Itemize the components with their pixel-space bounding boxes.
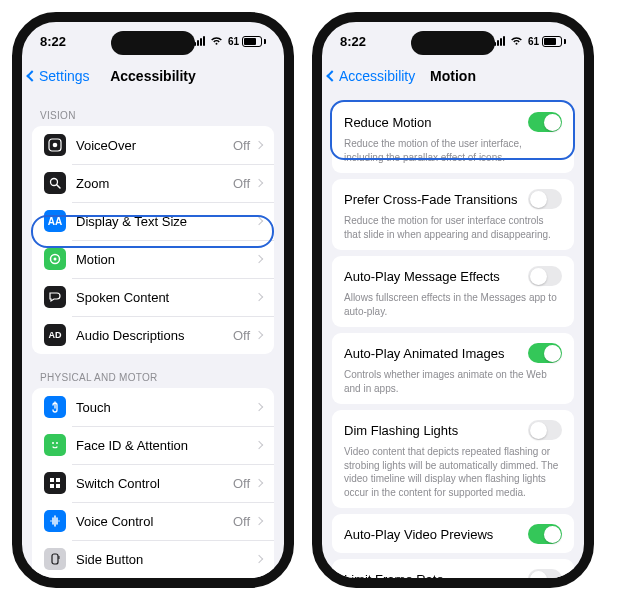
audio-descriptions-icon: AD xyxy=(44,324,66,346)
chevron-right-icon xyxy=(255,441,263,449)
card-limit-framerate: Limit Frame Rate Sets the maximum frame … xyxy=(332,559,574,578)
notch xyxy=(111,31,195,55)
row-voice-control[interactable]: Voice Control Off xyxy=(32,502,274,540)
svg-rect-12 xyxy=(52,554,58,564)
row-side-button[interactable]: Side Button xyxy=(32,540,274,578)
svg-point-1 xyxy=(53,143,58,148)
toggle-limit-framerate[interactable] xyxy=(528,569,562,578)
setting-title: Auto-Play Video Previews xyxy=(344,527,493,542)
row-faceid[interactable]: Face ID & Attention xyxy=(32,426,274,464)
setting-title: Dim Flashing Lights xyxy=(344,423,458,438)
row-display-text-size[interactable]: AA Display & Text Size xyxy=(32,202,274,240)
row-label: Switch Control xyxy=(76,476,233,491)
phone-accessibility: 8:22 61 Settings Accessibility VISION Vo… xyxy=(12,12,294,588)
chevron-right-icon xyxy=(255,403,263,411)
row-zoom[interactable]: Zoom Off xyxy=(32,164,274,202)
row-motion[interactable]: Motion xyxy=(32,240,274,278)
row-spoken-content[interactable]: Spoken Content xyxy=(32,278,274,316)
signal-icon xyxy=(494,36,505,46)
row-label: Voice Control xyxy=(76,514,233,529)
card-reduce-motion: Reduce Motion Reduce the motion of the u… xyxy=(332,102,574,173)
row-label: Spoken Content xyxy=(76,290,256,305)
row-value: Off xyxy=(233,476,250,491)
voiceover-icon xyxy=(44,134,66,156)
svg-point-7 xyxy=(56,442,58,444)
setting-desc: Reduce the motion of the user interface,… xyxy=(344,137,562,164)
scroll-area[interactable]: VISION VoiceOver Off Zoom Off AA Display… xyxy=(22,92,284,578)
svg-rect-9 xyxy=(56,478,60,482)
switch-control-icon xyxy=(44,472,66,494)
row-label: VoiceOver xyxy=(76,138,233,153)
back-button[interactable]: Settings xyxy=(28,60,90,92)
page-title: Motion xyxy=(430,68,476,84)
zoom-icon xyxy=(44,172,66,194)
motion-icon xyxy=(44,248,66,270)
toggle-video-previews[interactable] xyxy=(528,524,562,544)
chevron-left-icon xyxy=(26,70,37,81)
back-button[interactable]: Accessibility xyxy=(328,60,415,92)
setting-desc: Allows fullscreen effects in the Message… xyxy=(344,291,562,318)
group-motor: Touch Face ID & Attention Switch Control… xyxy=(32,388,274,578)
toggle-reduce-motion[interactable] xyxy=(528,112,562,132)
phone-motion: 8:22 61 Accessibility Motion Reduce Moti… xyxy=(312,12,594,588)
toggle-message-effects[interactable] xyxy=(528,266,562,286)
svg-point-6 xyxy=(52,442,54,444)
svg-point-5 xyxy=(54,258,57,261)
row-label: Zoom xyxy=(76,176,233,191)
chevron-right-icon xyxy=(255,217,263,225)
status-time: 8:22 xyxy=(40,34,66,49)
row-label: Motion xyxy=(76,252,256,267)
card-dim-flashing: Dim Flashing Lights Video content that d… xyxy=(332,410,574,508)
chevron-right-icon xyxy=(255,479,263,487)
row-value: Off xyxy=(233,138,250,153)
text-size-icon: AA xyxy=(44,210,66,232)
side-button-icon xyxy=(44,548,66,570)
status-right: 61 xyxy=(494,36,566,47)
faceid-icon xyxy=(44,434,66,456)
spoken-content-icon xyxy=(44,286,66,308)
notch xyxy=(411,31,495,55)
svg-rect-13 xyxy=(59,556,60,559)
chevron-right-icon xyxy=(255,179,263,187)
setting-title: Auto-Play Animated Images xyxy=(344,346,504,361)
back-label: Accessibility xyxy=(339,68,415,84)
card-animated-images: Auto-Play Animated Images Controls wheth… xyxy=(332,333,574,404)
status-right: 61 xyxy=(194,36,266,47)
group-vision: VoiceOver Off Zoom Off AA Display & Text… xyxy=(32,126,274,354)
setting-desc: Video content that depicts repeated flas… xyxy=(344,445,562,499)
toggle-animated-images[interactable] xyxy=(528,343,562,363)
row-value: Off xyxy=(233,514,250,529)
row-switch-control[interactable]: Switch Control Off xyxy=(32,464,274,502)
wifi-icon xyxy=(210,36,223,46)
chevron-right-icon xyxy=(255,517,263,525)
section-header-motor: PHYSICAL AND MOTOR xyxy=(22,354,284,388)
toggle-dim-flashing[interactable] xyxy=(528,420,562,440)
voice-control-icon xyxy=(44,510,66,532)
toggle-crossfade[interactable] xyxy=(528,189,562,209)
row-value: Off xyxy=(233,328,250,343)
battery-icon: 61 xyxy=(528,36,566,47)
status-time: 8:22 xyxy=(340,34,366,49)
row-touch[interactable]: Touch xyxy=(32,388,274,426)
row-label: Face ID & Attention xyxy=(76,438,256,453)
svg-rect-10 xyxy=(50,484,54,488)
scroll-area[interactable]: Reduce Motion Reduce the motion of the u… xyxy=(322,92,584,578)
page-title: Accessibility xyxy=(110,68,196,84)
setting-title: Prefer Cross-Fade Transitions xyxy=(344,192,517,207)
row-audio-descriptions[interactable]: AD Audio Descriptions Off xyxy=(32,316,274,354)
setting-desc: Reduce the motion for user interface con… xyxy=(344,214,562,241)
back-label: Settings xyxy=(39,68,90,84)
row-voiceover[interactable]: VoiceOver Off xyxy=(32,126,274,164)
row-label: Side Button xyxy=(76,552,256,567)
chevron-right-icon xyxy=(255,255,263,263)
card-crossfade: Prefer Cross-Fade Transitions Reduce the… xyxy=(332,179,574,250)
chevron-right-icon xyxy=(255,331,263,339)
chevron-right-icon xyxy=(255,293,263,301)
chevron-right-icon xyxy=(255,555,263,563)
nav-bar: Accessibility Motion xyxy=(322,60,584,92)
section-header-vision: VISION xyxy=(22,92,284,126)
setting-title: Auto-Play Message Effects xyxy=(344,269,500,284)
signal-icon xyxy=(194,36,205,46)
svg-line-3 xyxy=(57,185,61,189)
card-message-effects: Auto-Play Message Effects Allows fullscr… xyxy=(332,256,574,327)
